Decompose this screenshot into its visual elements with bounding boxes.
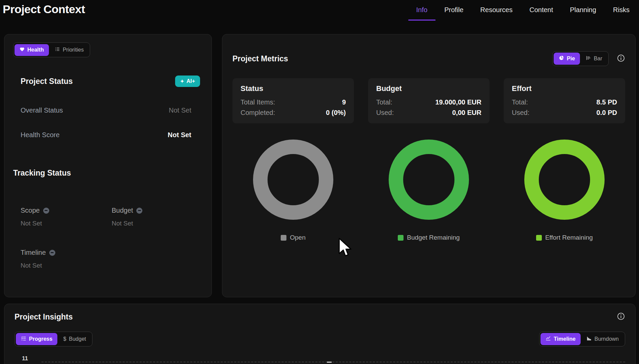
tracking-item-scope: Scope Not Set: [21, 207, 112, 227]
effort-legend-swatch: [536, 235, 542, 241]
status-legend: Open: [281, 234, 305, 241]
status-metric-box: Status Total Items:9 Completed:0 (0%): [232, 78, 354, 123]
dollar-icon: $: [63, 336, 66, 342]
info-icon: [617, 312, 625, 322]
budget-label: Budget: [112, 207, 133, 214]
budget-minus-icon[interactable]: [136, 208, 142, 214]
tab-info[interactable]: Info: [416, 6, 427, 14]
metrics-info-button[interactable]: [617, 54, 625, 63]
tracking-grid: Scope Not Set Budget Not Set Timeline No…: [21, 207, 203, 269]
tab-content[interactable]: Content: [529, 6, 553, 14]
timeline-toggle-label: Timeline: [554, 336, 576, 342]
scope-label: Scope: [21, 207, 40, 214]
effort-donut-chart: [524, 140, 605, 220]
status-donut-chart: [253, 140, 333, 220]
burndown-chart-icon: [586, 336, 592, 342]
health-score-label: Health Score: [21, 131, 60, 139]
tracking-item-budget: Budget Not Set: [112, 207, 203, 227]
project-insights-card: Project Insights Progress $ Budget: [4, 304, 636, 364]
timeline-minus-icon[interactable]: [49, 250, 55, 256]
timeline-toggle-button[interactable]: Timeline: [540, 333, 581, 345]
health-toggle-button[interactable]: Health: [15, 44, 49, 56]
timeline-value: Not Set: [21, 262, 203, 269]
budget-total-value: 19.000,00 EUR: [435, 98, 481, 106]
priorities-toggle-label: Priorities: [63, 47, 84, 53]
donut-charts: Open Budget Remaining Effort Remaining: [232, 140, 625, 241]
project-status-card: Health Priorities Project Status ✦ AI+ O…: [4, 34, 212, 297]
completed-value: 0 (0%): [326, 109, 346, 117]
budget-legend-swatch: [398, 235, 404, 241]
insights-chart-toggle: Timeline Burndown: [539, 332, 625, 346]
page-title: Project Context: [3, 3, 85, 16]
project-insights-title: Project Insights: [15, 312, 73, 322]
y-axis-label: 11: [22, 355, 28, 362]
budget-metric-box: Budget Total:19.000,00 EUR Used:0,00 EUR: [368, 78, 490, 123]
bar-toggle-button[interactable]: Bar: [581, 53, 607, 65]
overall-status-value: Not Set: [169, 107, 191, 114]
total-items-value: 9: [342, 98, 346, 106]
burndown-toggle-label: Burndown: [594, 336, 619, 342]
status-legend-label: Open: [290, 234, 305, 241]
effort-legend-label: Effort Remaining: [545, 234, 593, 241]
budget-toggle-button[interactable]: $ Budget: [58, 333, 91, 345]
budget-legend-label: Budget Remaining: [407, 234, 460, 241]
budget-used-label: Used:: [376, 109, 394, 117]
bar-chart-icon: [586, 55, 591, 62]
effort-used-value: 0.0 PD: [596, 109, 617, 117]
ai-plus-button[interactable]: ✦ AI+: [175, 75, 200, 87]
effort-used-label: Used:: [512, 109, 529, 117]
metric-boxes: Status Total Items:9 Completed:0 (0%) Bu…: [232, 78, 625, 123]
project-metrics-card: Project Metrics Pie Bar: [222, 34, 636, 297]
effort-donut-cell: Effort Remaining: [504, 140, 625, 241]
budget-value: Not Set: [112, 220, 203, 227]
budget-legend: Budget Remaining: [398, 234, 460, 241]
health-score-row: Health Score Not Set: [21, 131, 191, 139]
tab-risks[interactable]: Risks: [613, 6, 630, 14]
sparkle-icon: ✦: [180, 79, 184, 84]
chart-gridline: [41, 362, 625, 362]
ai-plus-label: AI+: [187, 78, 195, 84]
budget-toggle-label: Budget: [69, 336, 86, 342]
effort-metric-box: Effort Total:8.5 PD Used:0.0 PD: [504, 78, 625, 123]
project-status-title: Project Status: [21, 77, 73, 86]
bar-toggle-label: Bar: [594, 56, 602, 62]
effort-total-value: 8.5 PD: [596, 98, 617, 106]
chart-type-toggle: Pie Bar: [552, 51, 609, 66]
status-view-toggle: Health Priorities: [13, 42, 90, 57]
tab-resources[interactable]: Resources: [480, 6, 513, 14]
scope-value: Not Set: [21, 220, 112, 227]
total-items-label: Total Items:: [241, 98, 275, 106]
checklist-icon: [21, 336, 26, 342]
priorities-toggle-button[interactable]: Priorities: [50, 44, 89, 56]
top-nav: Info Profile Resources Content Planning …: [416, 6, 630, 14]
budget-donut-chart: [389, 140, 469, 220]
burndown-toggle-button[interactable]: Burndown: [581, 333, 624, 345]
tracking-status-title: Tracking Status: [13, 169, 203, 178]
tracking-item-timeline: Timeline Not Set: [21, 249, 203, 269]
scope-minus-icon[interactable]: [43, 208, 49, 214]
budget-metric-title: Budget: [376, 84, 481, 93]
tab-profile[interactable]: Profile: [444, 6, 464, 14]
pie-chart-icon: [559, 55, 564, 62]
insights-info-button[interactable]: [617, 312, 625, 322]
progress-toggle-label: Progress: [29, 336, 52, 342]
status-legend-swatch: [281, 235, 286, 241]
line-chart-icon: [546, 336, 551, 342]
health-toggle-label: Health: [27, 47, 44, 53]
status-metric-title: Status: [241, 84, 346, 93]
chart-tick: [327, 362, 332, 363]
effort-metric-title: Effort: [512, 84, 617, 93]
budget-used-value: 0,00 EUR: [452, 109, 481, 117]
heart-pulse-icon: [20, 47, 25, 53]
budget-donut-cell: Budget Remaining: [368, 140, 490, 241]
pie-toggle-button[interactable]: Pie: [554, 53, 580, 65]
info-icon: [617, 54, 625, 63]
effort-legend: Effort Remaining: [536, 234, 593, 241]
tab-planning[interactable]: Planning: [570, 6, 596, 14]
pie-toggle-label: Pie: [567, 56, 575, 62]
progress-toggle-button[interactable]: Progress: [16, 333, 57, 345]
completed-label: Completed:: [241, 109, 275, 117]
overall-status-row: Overall Status Not Set: [21, 107, 191, 114]
insights-metric-toggle: Progress $ Budget: [15, 332, 92, 346]
status-donut-cell: Open: [232, 140, 354, 241]
